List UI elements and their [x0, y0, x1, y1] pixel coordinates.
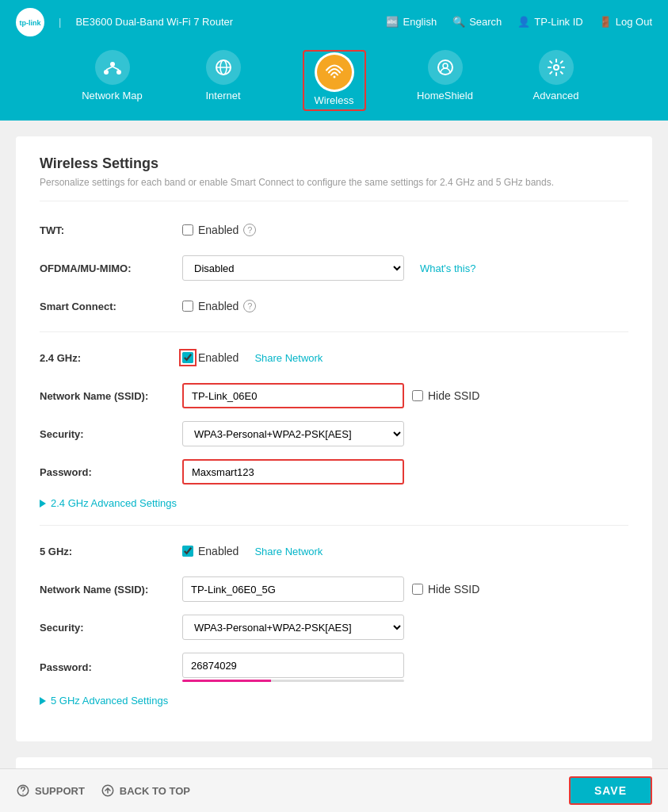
- band24-ssid-input[interactable]: [182, 383, 404, 408]
- band24-hide-ssid-wrap: Hide SSID: [412, 389, 479, 402]
- wireless-icon: [317, 55, 352, 90]
- band5-security-control: WPA3-Personal+WPA2-PSK[AES]: [182, 615, 628, 640]
- support-icon: [16, 783, 30, 798]
- ofdma-select[interactable]: Disabled Enabled: [182, 255, 404, 281]
- band5-checkbox-wrap: Enabled: [182, 545, 239, 557]
- support-link[interactable]: SUPPORT: [16, 783, 85, 798]
- smart-connect-control: Enabled ?: [182, 300, 628, 312]
- back-to-top-icon: [101, 783, 115, 798]
- band24-hide-ssid-checkbox[interactable]: [412, 390, 423, 401]
- band5-hide-ssid-label: Hide SSID: [428, 583, 479, 596]
- logout-label: Log Out: [616, 16, 652, 28]
- nav-item-internet[interactable]: Internet: [192, 50, 255, 111]
- network-map-icon: [95, 50, 130, 85]
- wireless-settings-section: Wireless Settings Personalize settings f…: [16, 136, 652, 741]
- support-label: SUPPORT: [35, 785, 85, 797]
- nav-item-advanced[interactable]: Advanced: [525, 50, 588, 111]
- band5-control: Enabled Share Network: [182, 545, 628, 557]
- network-map-label: Network Map: [82, 90, 143, 102]
- homeshield-icon: [428, 50, 463, 85]
- band5-password-input[interactable]: [182, 653, 404, 678]
- internet-icon: [206, 50, 241, 85]
- language-icon: 🔤: [386, 16, 399, 28]
- band5-security-select[interactable]: WPA3-Personal+WPA2-PSK[AES]: [182, 615, 404, 640]
- header: tp-link | BE3600 Dual-Band Wi-Fi 7 Route…: [0, 0, 668, 44]
- advanced-icon: [539, 50, 574, 85]
- header-right: 🔤 English 🔍 Search 👤 TP-Link ID 🚪 Log Ou…: [386, 16, 652, 28]
- logout-icon: 🚪: [599, 16, 612, 28]
- band5-row: 5 GHz: Enabled Share Network: [40, 538, 628, 564]
- tplink-id-button[interactable]: 👤 TP-Link ID: [517, 16, 582, 28]
- band24-security-select[interactable]: WPA3-Personal+WPA2-PSK[AES]: [182, 421, 404, 446]
- svg-point-10: [333, 76, 335, 79]
- band24-label: 2.4 GHz:: [40, 352, 182, 364]
- band5-label: 5 GHz:: [40, 546, 182, 557]
- nav-item-network-map[interactable]: Network Map: [81, 50, 144, 111]
- band24-hide-ssid-label: Hide SSID: [428, 389, 479, 402]
- nav-item-wireless[interactable]: Wireless: [303, 50, 366, 111]
- router-name: BE3600 Dual-Band Wi-Fi 7 Router: [75, 16, 233, 28]
- smart-connect-label: Smart Connect:: [40, 301, 182, 312]
- search-icon: 🔍: [452, 16, 465, 28]
- band5-ssid-control: Hide SSID: [182, 576, 628, 602]
- homeshield-label: HomeShield: [417, 90, 473, 102]
- band24-enabled-label: Enabled: [198, 351, 239, 364]
- twt-checkbox-wrap: Enabled ?: [182, 224, 256, 236]
- language-selector[interactable]: 🔤 English: [386, 16, 437, 28]
- twt-checkbox[interactable]: [182, 224, 193, 236]
- band24-checkbox[interactable]: [182, 352, 193, 363]
- save-button[interactable]: SAVE: [569, 776, 652, 805]
- band5-hide-ssid-checkbox[interactable]: [412, 584, 423, 595]
- band24-share-network[interactable]: Share Network: [254, 352, 323, 364]
- twt-help-icon[interactable]: ?: [243, 224, 256, 236]
- smart-connect-enabled-label: Enabled: [198, 300, 239, 312]
- twt-label: TWT:: [40, 224, 182, 236]
- band5-advanced-arrow: [40, 697, 46, 705]
- svg-point-12: [443, 63, 448, 68]
- band24-row: 2.4 GHz: Enabled Share Network: [40, 345, 628, 370]
- logout-button[interactable]: 🚪 Log Out: [599, 16, 652, 28]
- tplink-id-label: TP-Link ID: [534, 16, 582, 28]
- band5-ssid-label: Network Name (SSID):: [40, 584, 182, 596]
- svg-line-6: [113, 67, 119, 70]
- language-label: English: [403, 16, 437, 28]
- nav-item-homeshield[interactable]: HomeShield: [414, 50, 477, 111]
- search-button[interactable]: 🔍 Search: [452, 16, 502, 28]
- band24-password-control: [182, 459, 628, 485]
- band5-advanced-label: 5 GHz Advanced Settings: [51, 695, 168, 707]
- smart-connect-help-icon[interactable]: ?: [243, 300, 256, 312]
- band24-password-row: Password:: [40, 459, 628, 485]
- band24-password-label: Password:: [40, 466, 182, 478]
- band5-password-row: Password:: [40, 653, 628, 682]
- svg-line-5: [106, 67, 113, 70]
- navigation: Network Map Internet Wireless HomeShield…: [0, 44, 668, 121]
- band24-advanced-link[interactable]: 2.4 GHz Advanced Settings: [40, 497, 628, 509]
- band5-password-control: [182, 653, 628, 682]
- band5-advanced-link[interactable]: 5 GHz Advanced Settings: [40, 695, 628, 707]
- wireless-settings-title: Wireless Settings: [40, 155, 628, 172]
- svg-text:tp-link: tp-link: [20, 19, 42, 27]
- twt-control: Enabled ?: [182, 224, 628, 236]
- footer: SUPPORT BACK TO TOP SAVE: [0, 768, 668, 812]
- footer-left: SUPPORT BACK TO TOP: [16, 783, 190, 798]
- smart-connect-checkbox[interactable]: [182, 301, 193, 312]
- twt-row: TWT: Enabled ?: [40, 217, 628, 243]
- band24-ssid-label: Network Name (SSID):: [40, 390, 182, 402]
- band24-checkbox-wrap: Enabled: [182, 351, 239, 364]
- smart-connect-row: Smart Connect: Enabled ?: [40, 293, 628, 319]
- band5-security-label: Security:: [40, 622, 182, 634]
- band5-share-network[interactable]: Share Network: [254, 546, 323, 557]
- band5-checkbox[interactable]: [182, 546, 193, 557]
- header-divider: |: [59, 16, 61, 28]
- band24-advanced-arrow: [40, 500, 46, 508]
- band5-ssid-input[interactable]: [182, 576, 404, 602]
- band24-password-input[interactable]: [182, 459, 404, 485]
- band24-security-label: Security:: [40, 428, 182, 440]
- smart-connect-checkbox-wrap: Enabled ?: [182, 300, 256, 312]
- back-to-top-link[interactable]: BACK TO TOP: [101, 783, 190, 798]
- band5-enabled-label: Enabled: [198, 545, 239, 557]
- ofdma-whats-this[interactable]: What's this?: [420, 262, 475, 274]
- back-to-top-label: BACK TO TOP: [120, 785, 190, 797]
- band5-hide-ssid-wrap: Hide SSID: [412, 583, 479, 596]
- band5-ssid-row: Network Name (SSID): Hide SSID: [40, 576, 628, 602]
